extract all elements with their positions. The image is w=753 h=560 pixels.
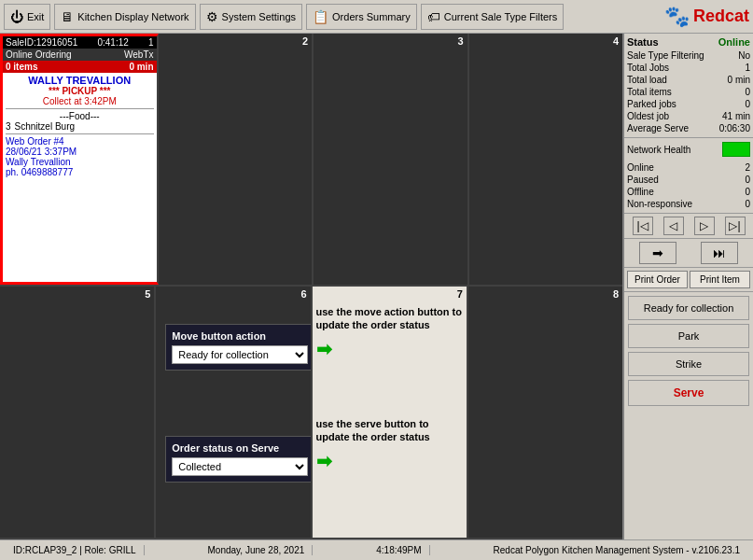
grid-cell-6[interactable]: 6 Move button action Ready for collectio… [156,287,312,538]
grid-cell-3[interactable]: 3 [314,34,469,285]
grid-cell-4[interactable]: 4 [469,34,623,285]
nav-first-button[interactable]: |◁ [633,217,653,235]
cell-number-7: 7 [457,288,463,300]
main-area: SaleID:12916051 0:41:12 1 Online Orderin… [0,34,753,539]
total-items-value: 0 [745,87,750,97]
park-button[interactable]: Park [628,324,749,348]
avg-serve-label: Average Serve [627,123,689,133]
orders-summary-button[interactable]: 📋 Orders Summary [306,4,417,30]
status-row-avg-serve: Average Serve 0:06:30 [627,122,750,134]
nav-last-button[interactable]: ▷| [725,217,746,235]
sale-type-label: Sale Type Filtering [627,50,704,61]
serve-button[interactable]: Serve [628,380,749,406]
customer-name: WALLY TREVALLION [6,75,154,86]
logo-text: Redcat [693,7,749,26]
move-arrow-icon: ➡ [316,339,332,359]
order-status-popup: Order status on Serve Collected [165,436,312,483]
status-header: Status Online [627,36,750,48]
kitchen-display-button[interactable]: 🖥 Kitchen Display Network [54,4,195,30]
cell-number-8: 8 [613,288,619,300]
current-sale-button[interactable]: 🏷 Current Sale Type Filters [421,4,564,30]
statusbar-id-role: ID:RCLAP39_2 | Role: GRILL [6,545,145,555]
network-health-section: Network Health Online 2 Paused 0 Offline… [624,138,753,214]
nav-buttons: |◁ ◁ ▷ ▷| [624,214,753,239]
grid-cell-1[interactable]: SaleID:12916051 0:41:12 1 Online Orderin… [0,34,159,285]
parked-jobs-label: Parked jobs [627,99,676,109]
move-buttons: ➡ ⏭ [624,239,753,268]
ready-for-collection-button[interactable]: Ready for collection [628,296,749,320]
serve-instruction-text: use the serve button to update the order… [316,417,463,444]
customer-phone: ph. 0469888777 [6,167,154,177]
order-body: WALLY TREVALLION *** PICKUP *** Collect … [3,73,157,179]
status-title: Status [627,36,659,48]
move-action-select[interactable]: Ready for collection [172,345,308,364]
kitchen-label: Kitchen Display Network [77,11,188,22]
avg-serve-value: 0:06:30 [719,123,750,133]
grid-cell-2[interactable]: 2 [159,34,314,285]
move-instruction-text: use the move action button to update the… [316,305,463,332]
cell-number-5: 5 [145,288,150,300]
network-online-label: Online [627,162,654,173]
print-item-button[interactable]: Print Item [690,271,750,288]
grid-bottom-row: 5 6 Move button action Ready for collect… [0,287,622,539]
network-health-label: Network Health [627,145,690,155]
statusbar: ID:RCLAP39_2 | Role: GRILL Monday, June … [0,539,753,560]
move-right-button[interactable]: ⏭ [701,242,738,264]
print-buttons: Print Order Print Item [624,268,753,292]
sale-icon: 🏷 [427,9,440,24]
logo: 🐾 Redcat [664,5,749,29]
statusbar-date: Monday, June 28, 2021 [201,545,314,555]
web-info: Web Order #4 28/06/21 3:37PM Wally Treva… [6,136,154,177]
exit-icon: ⏻ [10,9,23,24]
status-section: Status Online Sale Type Filtering No Tot… [624,34,753,138]
exit-label: Exit [27,11,44,22]
divider2 [6,133,154,134]
network-offline-value: 0 [745,187,750,197]
parked-jobs-value: 0 [745,99,750,109]
grid-cell-5[interactable]: 5 [0,287,156,538]
network-nonresponsive-row: Non-responsive 0 [627,198,750,210]
serve-instruction-area: use the serve button to update the order… [316,417,463,472]
serve-arrow-icon: ➡ [316,451,332,471]
toolbar: ⏻ Exit 🖥 Kitchen Display Network ⚙ Syste… [0,0,753,34]
grid-cell-8[interactable]: 8 [468,287,622,538]
nav-next-button[interactable]: ▷ [694,217,715,235]
network-paused-value: 0 [745,175,750,185]
total-jobs-label: Total Jobs [627,63,669,73]
network-health-indicator [722,142,750,157]
status-row-total-jobs: Total Jobs 1 [627,62,750,74]
customer-name2: Wally Trevallion [6,157,154,167]
grid-area: SaleID:12916051 0:41:12 1 Online Orderin… [0,34,622,539]
move-instruction-area: use the move action button to update the… [316,305,463,360]
order-date-time: 28/06/21 3:37PM [6,147,154,157]
network-paused-row: Paused 0 [627,174,750,186]
status-row-total-items: Total items 0 [627,86,750,98]
status-row-total-load: Total load 0 min [627,74,750,86]
status-row-sale-type: Sale Type Filtering No [627,49,750,62]
print-order-button[interactable]: Print Order [627,271,688,288]
move-action-popup: Move button action Ready for collection [165,324,312,371]
total-load-label: Total load [627,75,667,85]
oldest-job-label: Oldest job [627,111,669,121]
online-status: Online [718,36,750,48]
exit-button[interactable]: ⏻ Exit [4,4,50,30]
item-name: Schnitzel Burg [15,121,75,132]
network-online-value: 2 [745,162,750,173]
move-action-title: Move button action [172,330,308,342]
nav-prev-button[interactable]: ◁ [663,217,684,235]
network-nonresponsive-label: Non-responsive [627,199,692,209]
order-time: 0:41:12 [97,37,128,48]
network-offline-row: Offline 0 [627,186,750,198]
order-status-select[interactable]: Collected [172,457,308,476]
move-left-button[interactable]: ➡ [639,242,676,264]
grid-cell-7[interactable]: 7 use the move action button to update t… [313,287,468,538]
system-settings-button[interactable]: ⚙ System Settings [200,4,302,30]
order-status-title: Order status on Serve [172,442,308,454]
cell-number-4: 4 [613,35,619,47]
cell-number-3: 3 [457,35,463,47]
total-load-value: 0 min [728,75,750,85]
grid-top-row: SaleID:12916051 0:41:12 1 Online Orderin… [0,34,622,287]
web-order: Web Order #4 [6,136,154,147]
total-items-label: Total items [627,87,672,97]
strike-button[interactable]: Strike [628,352,749,376]
